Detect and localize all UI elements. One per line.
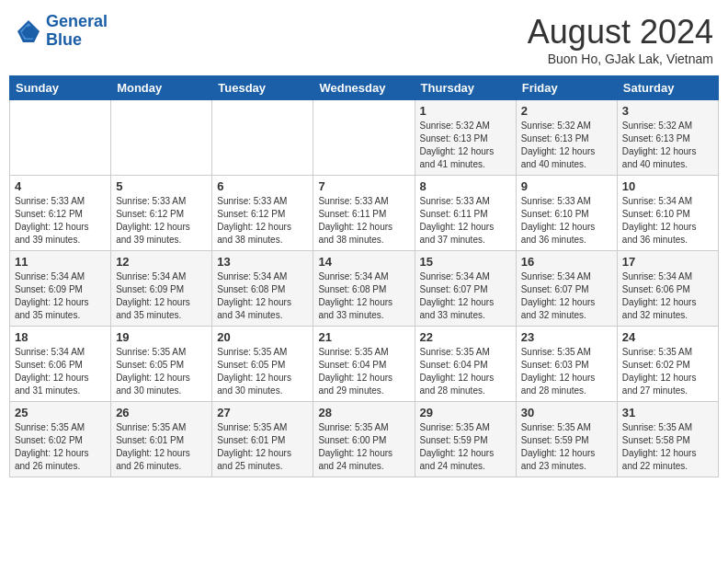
calendar-cell: 21Sunrise: 5:35 AM Sunset: 6:04 PM Dayli… [313, 327, 415, 402]
calendar-cell [313, 100, 415, 176]
day-number: 5 [116, 179, 207, 193]
calendar-cell [111, 100, 212, 176]
calendar-cell: 17Sunrise: 5:34 AM Sunset: 6:06 PM Dayli… [617, 251, 718, 327]
day-number: 15 [420, 255, 511, 269]
weekday-header-tuesday: Tuesday [212, 76, 313, 100]
day-info: Sunrise: 5:34 AM Sunset: 6:06 PM Dayligh… [15, 346, 106, 397]
day-number: 27 [217, 406, 308, 419]
calendar-cell: 13Sunrise: 5:34 AM Sunset: 6:08 PM Dayli… [212, 251, 313, 327]
day-number: 23 [521, 330, 612, 344]
day-number: 28 [318, 406, 409, 419]
day-number: 22 [420, 330, 511, 344]
calendar-cell: 22Sunrise: 5:35 AM Sunset: 6:04 PM Dayli… [415, 327, 516, 402]
logo-line1: General [46, 12, 108, 30]
day-info: Sunrise: 5:33 AM Sunset: 6:11 PM Dayligh… [420, 195, 511, 247]
calendar-cell: 9Sunrise: 5:33 AM Sunset: 6:10 PM Daylig… [516, 176, 617, 251]
logo-icon [15, 17, 42, 45]
day-info: Sunrise: 5:35 AM Sunset: 6:04 PM Dayligh… [420, 346, 511, 397]
calendar-cell: 28Sunrise: 5:35 AM Sunset: 6:00 PM Dayli… [313, 402, 415, 477]
weekday-header-saturday: Saturday [617, 76, 718, 100]
calendar-cell: 25Sunrise: 5:35 AM Sunset: 6:02 PM Dayli… [10, 402, 111, 477]
calendar-cell: 8Sunrise: 5:33 AM Sunset: 6:11 PM Daylig… [415, 176, 516, 251]
calendar-cell: 1Sunrise: 5:32 AM Sunset: 6:13 PM Daylig… [415, 100, 516, 176]
day-number: 19 [116, 330, 207, 344]
day-info: Sunrise: 5:35 AM Sunset: 5:59 PM Dayligh… [420, 421, 511, 473]
day-info: Sunrise: 5:35 AM Sunset: 6:03 PM Dayligh… [521, 346, 612, 397]
day-info: Sunrise: 5:34 AM Sunset: 6:06 PM Dayligh… [622, 270, 713, 322]
day-info: Sunrise: 5:35 AM Sunset: 6:00 PM Dayligh… [318, 421, 409, 473]
calendar-cell: 27Sunrise: 5:35 AM Sunset: 6:01 PM Dayli… [212, 402, 313, 477]
day-info: Sunrise: 5:33 AM Sunset: 6:10 PM Dayligh… [521, 195, 612, 247]
calendar-table: SundayMondayTuesdayWednesdayThursdayFrid… [9, 75, 719, 477]
weekday-header-row: SundayMondayTuesdayWednesdayThursdayFrid… [10, 76, 719, 100]
day-info: Sunrise: 5:33 AM Sunset: 6:12 PM Dayligh… [116, 195, 207, 247]
day-info: Sunrise: 5:35 AM Sunset: 6:05 PM Dayligh… [217, 346, 308, 397]
calendar-cell: 7Sunrise: 5:33 AM Sunset: 6:11 PM Daylig… [313, 176, 415, 251]
day-info: Sunrise: 5:35 AM Sunset: 6:01 PM Dayligh… [217, 421, 308, 473]
day-number: 8 [420, 179, 511, 193]
day-number: 10 [622, 179, 713, 193]
day-info: Sunrise: 5:34 AM Sunset: 6:08 PM Dayligh… [217, 270, 308, 322]
calendar-cell: 30Sunrise: 5:35 AM Sunset: 5:59 PM Dayli… [516, 402, 617, 477]
day-info: Sunrise: 5:33 AM Sunset: 6:11 PM Dayligh… [318, 195, 409, 247]
weekday-header-monday: Monday [111, 76, 212, 100]
calendar-cell [10, 100, 111, 176]
weekday-header-friday: Friday [516, 76, 617, 100]
week-row-3: 11Sunrise: 5:34 AM Sunset: 6:09 PM Dayli… [10, 251, 719, 327]
day-number: 24 [622, 330, 713, 344]
day-number: 6 [217, 179, 308, 193]
calendar-cell: 19Sunrise: 5:35 AM Sunset: 6:05 PM Dayli… [111, 327, 212, 402]
day-info: Sunrise: 5:35 AM Sunset: 5:59 PM Dayligh… [521, 421, 612, 473]
day-info: Sunrise: 5:35 AM Sunset: 6:05 PM Dayligh… [116, 346, 207, 397]
day-info: Sunrise: 5:33 AM Sunset: 6:12 PM Dayligh… [217, 195, 308, 247]
title-area: August 2024 Buon Ho, GJak Lak, Vietnam [528, 13, 713, 66]
day-info: Sunrise: 5:35 AM Sunset: 6:01 PM Dayligh… [116, 421, 207, 473]
calendar-cell [212, 100, 313, 176]
day-info: Sunrise: 5:35 AM Sunset: 6:02 PM Dayligh… [15, 421, 106, 473]
weekday-header-thursday: Thursday [415, 76, 516, 100]
calendar-cell: 3Sunrise: 5:32 AM Sunset: 6:13 PM Daylig… [617, 100, 718, 176]
calendar-cell: 12Sunrise: 5:34 AM Sunset: 6:09 PM Dayli… [111, 251, 212, 327]
calendar-cell: 15Sunrise: 5:34 AM Sunset: 6:07 PM Dayli… [415, 251, 516, 327]
calendar-cell: 16Sunrise: 5:34 AM Sunset: 6:07 PM Dayli… [516, 251, 617, 327]
day-number: 7 [318, 179, 409, 193]
calendar-cell: 11Sunrise: 5:34 AM Sunset: 6:09 PM Dayli… [10, 251, 111, 327]
day-info: Sunrise: 5:34 AM Sunset: 6:10 PM Dayligh… [622, 195, 713, 247]
calendar-cell: 18Sunrise: 5:34 AM Sunset: 6:06 PM Dayli… [10, 327, 111, 402]
month-title: August 2024 [528, 13, 713, 52]
day-number: 11 [15, 255, 106, 269]
day-number: 2 [521, 104, 612, 118]
week-row-1: 1Sunrise: 5:32 AM Sunset: 6:13 PM Daylig… [10, 100, 719, 176]
day-info: Sunrise: 5:32 AM Sunset: 6:13 PM Dayligh… [521, 120, 612, 171]
day-number: 9 [521, 179, 612, 193]
day-number: 4 [15, 179, 106, 193]
day-info: Sunrise: 5:34 AM Sunset: 6:09 PM Dayligh… [116, 270, 207, 322]
calendar-cell: 4Sunrise: 5:33 AM Sunset: 6:12 PM Daylig… [10, 176, 111, 251]
day-number: 14 [318, 255, 409, 269]
day-number: 25 [15, 406, 106, 419]
week-row-5: 25Sunrise: 5:35 AM Sunset: 6:02 PM Dayli… [10, 402, 719, 477]
logo: General Blue [15, 13, 108, 50]
day-number: 1 [420, 104, 511, 118]
day-number: 13 [217, 255, 308, 269]
calendar-cell: 10Sunrise: 5:34 AM Sunset: 6:10 PM Dayli… [617, 176, 718, 251]
day-info: Sunrise: 5:33 AM Sunset: 6:12 PM Dayligh… [15, 195, 106, 247]
day-number: 17 [622, 255, 713, 269]
day-info: Sunrise: 5:34 AM Sunset: 6:07 PM Dayligh… [420, 270, 511, 322]
weekday-header-sunday: Sunday [10, 76, 111, 100]
calendar-cell: 5Sunrise: 5:33 AM Sunset: 6:12 PM Daylig… [111, 176, 212, 251]
day-info: Sunrise: 5:34 AM Sunset: 6:08 PM Dayligh… [318, 270, 409, 322]
day-info: Sunrise: 5:32 AM Sunset: 6:13 PM Dayligh… [420, 120, 511, 171]
week-row-4: 18Sunrise: 5:34 AM Sunset: 6:06 PM Dayli… [10, 327, 719, 402]
calendar-cell: 26Sunrise: 5:35 AM Sunset: 6:01 PM Dayli… [111, 402, 212, 477]
day-number: 20 [217, 330, 308, 344]
day-info: Sunrise: 5:32 AM Sunset: 6:13 PM Dayligh… [622, 120, 713, 171]
day-number: 12 [116, 255, 207, 269]
calendar-cell: 14Sunrise: 5:34 AM Sunset: 6:08 PM Dayli… [313, 251, 415, 327]
day-number: 21 [318, 330, 409, 344]
day-number: 30 [521, 406, 612, 419]
day-number: 3 [622, 104, 713, 118]
weekday-header-wednesday: Wednesday [313, 76, 415, 100]
day-number: 18 [15, 330, 106, 344]
logo-line2: Blue [46, 30, 82, 49]
